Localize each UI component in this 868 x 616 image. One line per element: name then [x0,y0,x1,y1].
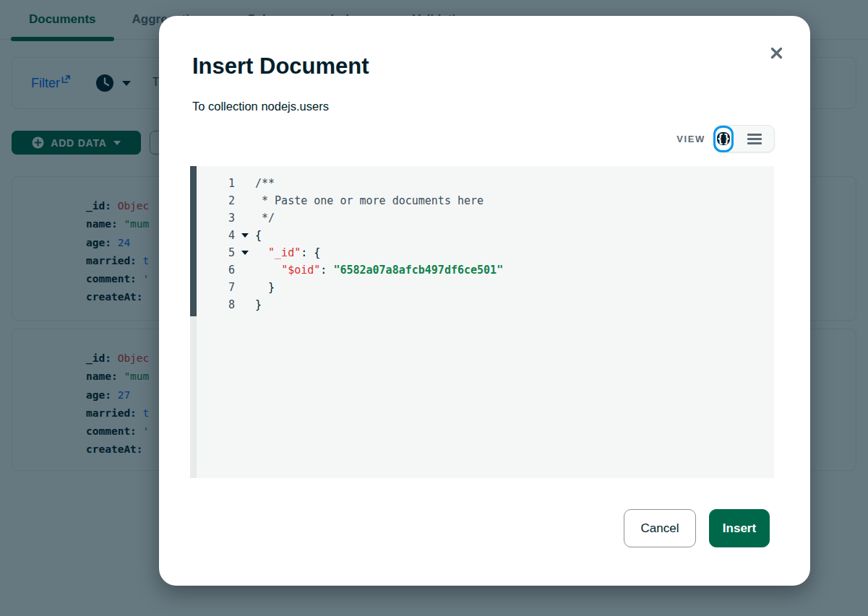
modal-subtitle: To collection nodejs.users [192,100,329,113]
editor-line: 6 "$oid": "6582a07a8afcb497df6ce501" [190,261,774,279]
code-token: : { [301,246,320,259]
code-token: * Paste one or more documents here [255,194,484,207]
code-token [255,246,268,259]
fold-cell-empty [235,261,255,279]
code-text: "_id": { [255,244,320,261]
editor-line: 1/** [190,175,774,192]
line-number: 7 [190,279,235,296]
code-token: "6582a07a8afcb497df6ce501" [333,264,503,277]
code-token: } [255,281,275,294]
list-icon [747,134,762,136]
code-token: */ [255,212,275,225]
cancel-button[interactable]: Cancel [624,509,696,547]
code-token: "$oid" [281,264,320,277]
code-text: /** [255,175,275,192]
json-editor[interactable]: 1/**2 * Paste one or more documents here… [190,166,774,478]
fold-cell-empty [235,192,255,209]
code-token: { [255,229,262,242]
code-token: : [320,264,333,277]
line-number: 5 [190,244,235,261]
code-text: } [255,279,275,296]
line-number: 6 [190,261,235,279]
editor-line: 2 * Paste one or more documents here [190,192,774,209]
fold-cell-empty [235,296,255,313]
editor-line: 4{ [190,227,774,244]
close-icon [770,47,783,59]
fold-caret-icon[interactable] [235,244,255,261]
line-number: 3 [190,209,235,227]
editor-line: 3 */ [190,209,774,227]
fold-cell-empty [235,279,255,296]
code-text: "$oid": "6582a07a8afcb497df6ce501" [255,261,503,279]
code-text: } [255,296,262,313]
code-token [255,264,281,277]
editor-line: 8} [190,296,774,313]
view-toggle-row: VIEW {} [676,125,775,152]
list-view-toggle[interactable] [735,126,774,152]
close-modal-button[interactable] [768,45,784,61]
editor-line: 7 } [190,279,774,296]
line-number: 2 [190,192,235,209]
fold-caret-icon[interactable] [235,227,255,244]
code-text: */ [255,209,275,227]
code-text: { [255,227,262,244]
code-token: "_id" [268,246,301,259]
insert-button[interactable]: Insert [709,509,770,547]
code-token: } [255,298,262,311]
fold-cell-empty [235,209,255,227]
insert-document-modal: Insert Document To collection nodejs.use… [159,16,810,586]
modal-title: Insert Document [192,53,369,79]
line-number: 1 [190,175,235,192]
view-segmented-control: {} [714,125,775,152]
line-number: 4 [190,227,235,244]
view-label: VIEW [676,134,705,144]
line-number: 8 [190,296,235,313]
code-text: * Paste one or more documents here [255,192,484,209]
fold-cell-empty [235,175,255,192]
json-view-toggle[interactable]: {} [713,126,734,152]
code-token: /** [255,177,275,190]
braces-icon: {} [717,132,730,145]
editor-line: 5 "_id": { [190,244,774,261]
